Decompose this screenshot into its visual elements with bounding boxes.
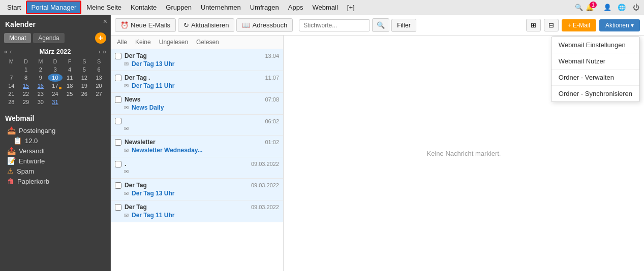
- cal-day[interactable]: 5: [77, 65, 92, 74]
- cal-day[interactable]: 8: [19, 74, 34, 82]
- nav-item-apps[interactable]: Apps: [284, 2, 308, 13]
- power-icon[interactable]: ⏻: [631, 3, 641, 13]
- cal-day[interactable]: 25: [63, 90, 77, 98]
- email-checkbox[interactable]: [115, 161, 121, 167]
- cal-day[interactable]: 31: [48, 98, 63, 106]
- search-input[interactable]: [299, 19, 370, 31]
- notification-icon[interactable]: 🔔1: [588, 3, 598, 13]
- filter-tab-keine[interactable]: Keine: [133, 38, 153, 47]
- dropdown-item-ordner---verwalten[interactable]: Ordner - Verwalten: [551, 70, 639, 86]
- cal-day[interactable]: 14: [4, 82, 19, 90]
- email-checkbox[interactable]: [115, 96, 121, 103]
- cal-day[interactable]: 30: [33, 98, 48, 106]
- globe-icon[interactable]: 🌐: [617, 3, 627, 13]
- filter-tab-alle[interactable]: Alle: [115, 38, 129, 47]
- cal-day[interactable]: 24: [48, 90, 63, 98]
- email-checkbox[interactable]: [115, 182, 121, 189]
- calendar-add-button[interactable]: +: [95, 32, 106, 44]
- cal-day[interactable]: 23: [33, 90, 48, 98]
- cal-day[interactable]: 15: [19, 82, 34, 90]
- calendar-tab-agenda[interactable]: Agenda: [33, 33, 64, 43]
- cal-day[interactable]: 2: [33, 65, 48, 74]
- nav-item-umfragen[interactable]: Umfragen: [246, 2, 283, 13]
- nav-item-meine-seite[interactable]: Meine Seite: [82, 2, 126, 13]
- email-checkbox[interactable]: [115, 204, 121, 211]
- view-icon-button1[interactable]: ⊞: [526, 19, 541, 31]
- cal-day[interactable]: 21: [4, 90, 19, 98]
- email-checkbox[interactable]: [115, 139, 121, 146]
- calendar-next-next[interactable]: › »: [98, 48, 106, 55]
- dropdown-item-ordner---synchronisieren[interactable]: Ordner - Synchronisieren: [551, 86, 639, 101]
- user-icon[interactable]: 👤: [602, 3, 612, 13]
- cal-day[interactable]: 16: [33, 82, 48, 90]
- cal-day[interactable]: 4: [63, 65, 77, 74]
- calendar-tab-month[interactable]: Monat: [4, 33, 31, 43]
- filter-tab-gelesen[interactable]: Gelesen: [194, 38, 221, 47]
- cal-day[interactable]: 3: [48, 65, 63, 74]
- email-subject: Der Tag 13 Uhr: [132, 60, 174, 67]
- search-icon[interactable]: 🔍: [574, 3, 584, 13]
- cal-day[interactable]: 19: [77, 82, 92, 90]
- cal-day[interactable]: 11: [63, 74, 77, 82]
- email-row[interactable]: .09.03.2022✉: [111, 157, 283, 179]
- nav-item-unternehmen[interactable]: Unternehmen: [197, 2, 245, 13]
- actions-button[interactable]: Aktionen ▾: [599, 19, 640, 31]
- email-sender: Der Tag .: [125, 74, 262, 81]
- dropdown-item-webmail-nutzer[interactable]: Webmail Nutzer: [551, 53, 639, 70]
- email-checkbox[interactable]: [115, 75, 121, 81]
- email-checkbox[interactable]: [115, 53, 121, 59]
- email-subject: Der Tag 13 Uhr: [132, 190, 174, 197]
- cal-day[interactable]: 26: [77, 90, 92, 98]
- compose-email-button[interactable]: + E-Mail: [562, 19, 596, 31]
- email-row[interactable]: Der Tag09.03.2022✉Der Tag 13 Uhr: [111, 179, 283, 200]
- folder-label: Posteingang: [19, 127, 55, 134]
- folder-item-versandt[interactable]: 📤Versandt: [5, 146, 105, 156]
- nav-item-kontakte[interactable]: Kontakte: [127, 2, 161, 13]
- dropdown-item-webmail-einstellungen[interactable]: Webmail Einstellungen: [551, 37, 639, 53]
- folder-item-12.0[interactable]: 📋12.0: [5, 136, 105, 146]
- cal-day[interactable]: 20: [91, 82, 106, 90]
- close-icon[interactable]: ×: [103, 17, 107, 25]
- cal-day[interactable]: 22: [19, 90, 34, 98]
- email-row[interactable]: News07:08✉News Daily: [111, 93, 283, 115]
- calendar-prev-prev[interactable]: « ‹: [4, 48, 12, 55]
- cal-day[interactable]: 18: [63, 82, 77, 90]
- address-book-button[interactable]: 📖 Adressbuch: [236, 18, 293, 32]
- cal-day[interactable]: 13: [91, 74, 106, 82]
- email-row[interactable]: Der Tag .11:07✉Der Tag 11 Uhr: [111, 71, 283, 93]
- email-row[interactable]: Newsletter01:02✉Newsletter Wednesday...: [111, 136, 283, 157]
- email-time: 09.03.2022: [251, 161, 279, 167]
- folder-item-papierkorb[interactable]: 🗑Papierkorb: [5, 176, 105, 186]
- filter-button[interactable]: Filter: [391, 19, 416, 32]
- email-row[interactable]: Der Tag09.03.2022✉Der Tag 11 Uhr: [111, 200, 283, 222]
- email-row[interactable]: Der Tag13:04✉Der Tag 13 Uhr: [111, 49, 283, 71]
- email-row-bottom: ✉Newsletter Wednesday...: [115, 147, 279, 154]
- refresh-button[interactable]: ↻ Aktualisieren: [178, 18, 234, 32]
- nav-item-gruppen[interactable]: Gruppen: [162, 2, 196, 13]
- folder-item-spam[interactable]: ⚠Spam: [5, 166, 105, 176]
- email-row[interactable]: 06:02✉: [111, 115, 283, 136]
- folder-item-entwürfe[interactable]: 📝Entwürfe: [5, 156, 105, 166]
- nav-item-webmail[interactable]: Webmail: [308, 2, 342, 13]
- cal-day[interactable]: 27: [91, 90, 106, 98]
- cal-day[interactable]: 10: [48, 74, 63, 82]
- cal-header: M: [4, 57, 19, 65]
- cal-day[interactable]: 6: [91, 65, 106, 74]
- filter-tab-ungelesen[interactable]: Ungelesen: [157, 38, 190, 47]
- cal-day[interactable]: 29: [19, 98, 34, 106]
- cal-day[interactable]: 7: [4, 74, 19, 82]
- cal-day[interactable]: 9: [33, 74, 48, 82]
- cal-day[interactable]: 12: [77, 74, 92, 82]
- view-icon-button2[interactable]: ⊟: [544, 19, 559, 31]
- cal-day[interactable]: 1: [19, 65, 34, 74]
- nav-item-start[interactable]: Start: [3, 2, 25, 13]
- search-button[interactable]: 🔍: [372, 18, 389, 32]
- email-checkbox[interactable]: [115, 118, 121, 124]
- folder-item-posteingang[interactable]: 📥Posteingang: [5, 125, 105, 136]
- new-email-button[interactable]: ⏰ Neue E-Mails: [115, 18, 176, 32]
- email-row-top: News07:08: [115, 96, 279, 103]
- cal-day[interactable]: 17: [48, 82, 63, 90]
- cal-day[interactable]: 28: [4, 98, 19, 106]
- nav-item-portal-manager[interactable]: Portal Manager: [26, 1, 81, 14]
- nav-item-[+][interactable]: [+]: [343, 2, 359, 13]
